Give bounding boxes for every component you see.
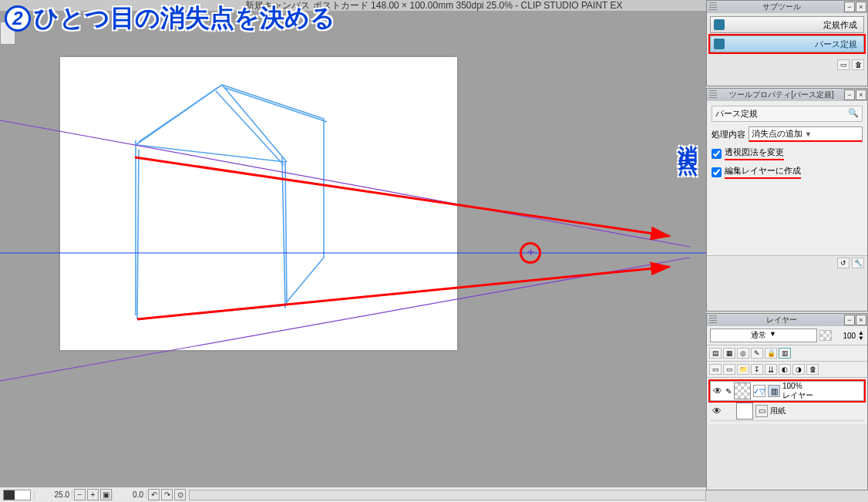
subtool-label: パース定規	[729, 39, 860, 50]
new-vector-icon[interactable]: ▭	[723, 364, 735, 375]
layer-thumb	[734, 382, 751, 399]
step-number-badge: 2	[5, 5, 31, 32]
lock-alpha-icon[interactable]: ▦	[723, 348, 735, 359]
visibility-icon[interactable]: 👁	[712, 386, 723, 396]
minimize-icon[interactable]: −	[844, 89, 855, 100]
layer-item-1[interactable]: 👁 ✎ ✓▽ ▥ 100% レイヤー	[710, 381, 864, 401]
opacity-value[interactable]: 100	[834, 332, 856, 340]
minimize-icon[interactable]: −	[844, 315, 855, 325]
checkbox[interactable]	[712, 149, 722, 159]
toolname-label: パース定規	[715, 108, 758, 120]
fit-icon[interactable]: ▣	[100, 489, 112, 500]
draft-icon[interactable]: ✎	[751, 348, 763, 359]
transfer-down-icon[interactable]: ↧	[751, 364, 763, 375]
rotate-cw-icon[interactable]: ↷	[161, 489, 173, 500]
blend-mode-dropdown[interactable]: 通常 ▼	[710, 328, 817, 342]
annotation-step: 2 ひとつ目の消失点を決める	[5, 2, 335, 35]
stepper-icon[interactable]: ▲▼	[858, 330, 864, 341]
new-subtool-icon[interactable]: ▭	[837, 59, 849, 70]
annotation-vp-label: 消失点	[675, 130, 701, 143]
wrench-icon[interactable]: 🔧	[852, 258, 864, 268]
minimize-icon[interactable]: −	[844, 2, 855, 12]
toolprop-toolname: パース定規 🔍	[712, 106, 863, 122]
toolproperty-palette: ツールプロパティ[パース定規] − × パース定規 🔍 処理内容 消失点の追加 …	[706, 88, 868, 312]
cb-change-perspective[interactable]: 透視図法を変更	[712, 147, 863, 160]
subtool-label: 定規作成	[729, 19, 860, 31]
layer-list: 👁 ✎ ✓▽ ▥ 100% レイヤー 👁 ▭ 用紙	[707, 378, 867, 424]
grip-icon[interactable]	[709, 2, 717, 12]
delete-layer-icon[interactable]: 🗑	[806, 364, 819, 375]
process-row: 処理内容 消失点の追加 ▼	[712, 126, 863, 142]
process-value: 消失点の追加	[752, 129, 802, 138]
grip-icon[interactable]	[709, 315, 717, 325]
merge-down-icon[interactable]: ⮇	[765, 364, 777, 375]
subtool-ruler-create[interactable]: 定規作成	[710, 16, 864, 33]
ruler-link-icon[interactable]: ▥	[779, 348, 791, 359]
zoom-out-icon[interactable]: −	[74, 489, 86, 500]
layer-header[interactable]: レイヤー − ×	[707, 314, 867, 326]
layer-palette: レイヤー − × 通常 ▼ 100 ▲▼ ▤ ▦ ◎ ✎ 🔒 ▥	[706, 313, 868, 490]
mask-icon[interactable]: ◐	[779, 364, 791, 375]
canvas-area[interactable]: + 25.0 − + ▣ 0.0 ↶ ↷ ⊙	[0, 11, 706, 502]
canvas[interactable]	[60, 57, 457, 350]
layer-name[interactable]: 100% レイヤー	[782, 382, 862, 401]
opacity-icon	[819, 330, 832, 341]
reset-icon[interactable]: ↺	[837, 258, 849, 268]
subtool-perspective-ruler[interactable]: パース定規	[710, 35, 864, 52]
zoom-value[interactable]: 25.0	[34, 490, 72, 499]
chevron-down-icon: ▼	[769, 330, 776, 341]
process-label: 処理内容	[712, 129, 745, 140]
toolprop-header[interactable]: ツールプロパティ[パース定規] − ×	[707, 89, 867, 101]
layer-action-row: ▭ ▭ 📁 ↧ ⮇ ◐ ◑ 🗑	[707, 362, 867, 378]
layer-title: レイヤー	[719, 315, 844, 325]
cb-label: 透視図法を変更	[725, 147, 784, 160]
perspective-icon	[714, 39, 725, 49]
chevron-down-icon: ▼	[805, 130, 812, 138]
right-panels: サブツール − × 定規作成 パース定規 ▭ 🗑 ツールプロパティ[パース定規]…	[706, 0, 868, 502]
pen-icon: ✎	[725, 387, 732, 396]
paper-icon: ▭	[755, 405, 768, 417]
cb-label: 編集レイヤーに作成	[725, 165, 801, 179]
delete-subtool-icon[interactable]: 🗑	[852, 59, 864, 70]
ruler-badge-icon: ✓▽	[753, 385, 765, 397]
close-icon[interactable]: ×	[856, 89, 866, 100]
vanishing-point-marker: +	[520, 242, 541, 264]
grip-icon[interactable]	[709, 90, 717, 99]
rotate-ccw-icon[interactable]: ↶	[148, 489, 160, 500]
close-icon[interactable]: ×	[856, 2, 866, 12]
magnify-icon[interactable]: 🔍	[848, 108, 859, 120]
subtool-header[interactable]: サブツール − ×	[707, 1, 867, 13]
apply-mask-icon[interactable]: ◑	[792, 364, 805, 375]
status-bar: 25.0 − + ▣ 0.0 ↶ ↷ ⊙	[0, 487, 706, 502]
subtool-palette: サブツール − × 定規作成 パース定規 ▭ 🗑	[706, 0, 868, 86]
layer-thumb	[736, 403, 753, 419]
ruler-preview-icon: ▥	[768, 385, 780, 397]
blend-mode-value: 通常	[751, 330, 766, 341]
step-text: ひとつ目の消失点を決める	[34, 2, 335, 35]
toolprop-title: ツールプロパティ[パース定規]	[719, 89, 844, 100]
new-raster-icon[interactable]: ▭	[709, 364, 722, 375]
rotation-value[interactable]: 0.0	[112, 490, 146, 499]
visibility-icon[interactable]: 👁	[712, 406, 722, 416]
new-folder-icon[interactable]: 📁	[737, 364, 749, 375]
zoom-in-icon[interactable]: +	[87, 489, 99, 500]
layer-lock-row: ▤ ▦ ◎ ✎ 🔒 ▥	[707, 345, 867, 362]
lock-icon[interactable]: 🔒	[765, 348, 777, 359]
cb-create-on-edit-layer[interactable]: 編集レイヤーに作成	[712, 165, 863, 179]
checkbox[interactable]	[712, 167, 722, 177]
clip-icon[interactable]: ▤	[709, 348, 722, 359]
ruler-icon	[714, 19, 725, 30]
subtool-title: サブツール	[719, 2, 844, 12]
reset-rotation-icon[interactable]: ⊙	[174, 489, 186, 500]
h-scrollbar[interactable]	[189, 490, 706, 500]
layer-name[interactable]: 用紙	[770, 406, 863, 416]
process-dropdown[interactable]: 消失点の追加 ▼	[749, 126, 863, 142]
layer-item-paper[interactable]: 👁 ▭ 用紙	[710, 401, 864, 421]
close-icon[interactable]: ×	[856, 315, 866, 325]
reference-icon[interactable]: ◎	[737, 348, 749, 359]
navigator-thumb[interactable]	[3, 490, 31, 500]
